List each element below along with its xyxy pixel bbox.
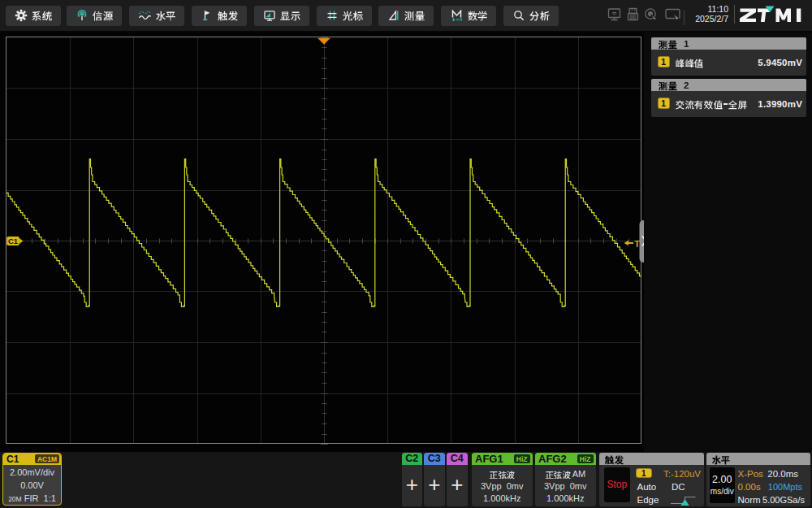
svg-text:T: T — [634, 239, 640, 249]
svg-text:C1: C1 — [8, 237, 19, 245]
